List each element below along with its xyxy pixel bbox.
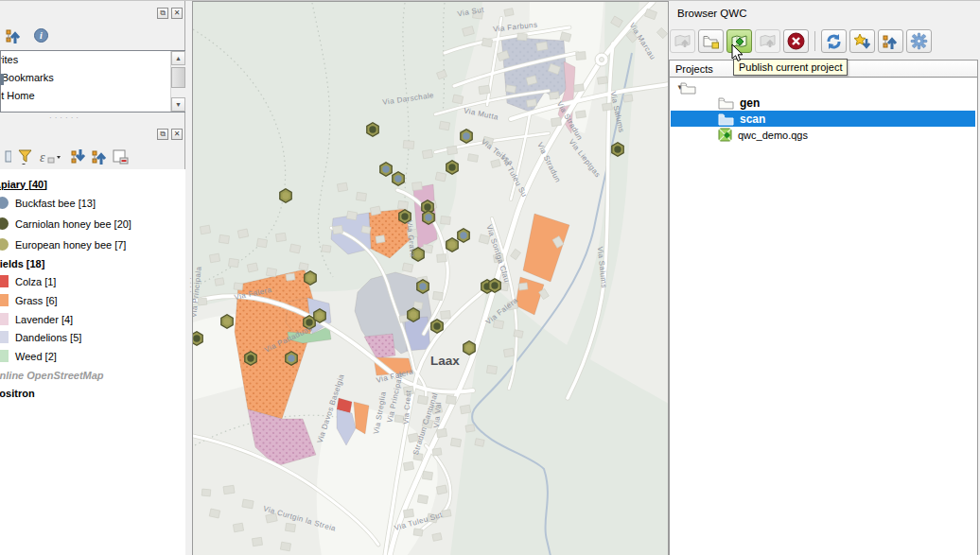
map-building (403, 509, 413, 517)
panel-splitter-handle[interactable]: ······ (49, 113, 81, 122)
map-canvas[interactable]: Via SutVia FarbunsVia DarschaleVia Marca… (192, 1, 669, 555)
removerule-button[interactable] (113, 149, 129, 168)
legend-item[interactable]: Apiary [40] (0, 175, 47, 193)
roundabout-island (600, 58, 604, 62)
map-building (209, 253, 219, 263)
legend-label: Apiary [40] (0, 179, 47, 190)
browser-item[interactable]: Spatial Bookmarks (0, 69, 184, 87)
legend-item[interactable]: Fields [18] (0, 254, 44, 272)
refresh-button[interactable] (821, 29, 847, 53)
tree-label: gen (740, 96, 760, 110)
projects-tree: Projects ▼genscanqwc_demo.qgs (669, 60, 978, 555)
bee-marker-european (314, 309, 325, 322)
legend-label: Colza [1] (15, 276, 56, 287)
map-building (598, 77, 608, 84)
map-building (417, 395, 428, 405)
tree-row-scan[interactable]: scan (671, 111, 975, 127)
map-building (436, 485, 446, 494)
filter-button[interactable] (17, 148, 33, 168)
legend-label: Lavender [4] (15, 314, 73, 325)
scroll-thumb[interactable] (171, 67, 185, 88)
map-building (432, 291, 443, 300)
map-building (479, 85, 490, 94)
legend-item[interactable]: Online OpenStreetMap (0, 366, 104, 384)
bee-marker-european (408, 308, 419, 321)
map-building (332, 225, 342, 234)
bee-marker-carniolan (245, 352, 256, 365)
tree-row-gen[interactable]: gen (671, 95, 975, 111)
legend-label: European honey bee [7] (15, 239, 126, 251)
map-building (441, 216, 451, 224)
scroll-down-button[interactable]: ▼ (171, 97, 185, 112)
browser-item[interactable]: Favorites (0, 51, 184, 69)
legend-item[interactable]: Lavender [4] (0, 310, 73, 328)
browser-panel-left: ⧉ ✕ i FavoritesSpatial BookmarksProject … (0, 1, 185, 124)
map-svg: Via SutVia FarbunsVia DarschaleVia Marca… (193, 2, 668, 555)
expression-button[interactable]: ε (39, 149, 61, 168)
layers-legend: Apiary [40]Buckfast bee [13]Carniolan ho… (0, 169, 186, 555)
collapse-all-button[interactable] (6, 28, 23, 47)
tree-row-root[interactable]: ▼ (671, 79, 975, 95)
mouse-cursor (731, 44, 744, 63)
legend-item[interactable]: Buckfast bee [13] (0, 194, 96, 212)
map-building (280, 542, 290, 551)
expand-button[interactable] (71, 149, 88, 168)
map-building (467, 154, 478, 163)
map-building (413, 529, 423, 536)
browser-qwc-panel: Browser QWC Projects ▼genscanqwc_demo.qg… (669, 1, 980, 555)
tree-row-qwc_demo-qgs[interactable]: qwc_demo.qgs (671, 127, 975, 143)
legend-item[interactable]: Weed [2] (0, 347, 57, 365)
map-building (228, 258, 238, 267)
settings-button[interactable] (906, 29, 932, 53)
map-building (475, 439, 484, 447)
new-folder-button[interactable] (698, 29, 724, 53)
map-panel-splitter[interactable]: ···· (185, 1, 192, 555)
float-panel-button[interactable]: ⧉ (157, 129, 168, 140)
map-building (439, 121, 449, 130)
legend-item[interactable]: European honey bee [7] (0, 235, 126, 253)
panel-title: Browser QWC (677, 8, 746, 19)
map-building (504, 9, 514, 17)
point-swatch (0, 197, 9, 209)
info-button[interactable]: i (34, 28, 48, 47)
float-panel-button[interactable]: ⧉ (157, 8, 168, 19)
legend-item[interactable]: Colza [1] (0, 272, 56, 290)
close-panel-button[interactable]: ✕ (171, 8, 183, 19)
legend-item[interactable]: Dandelions [5] (0, 328, 81, 346)
map-building (201, 489, 211, 496)
folder-icon (718, 113, 734, 126)
partial-button[interactable] (4, 149, 11, 167)
browser-list-scrollbar[interactable]: ▲ ▼ (170, 51, 185, 112)
item-label: Project Home (0, 87, 35, 105)
add-favorite-button[interactable] (849, 29, 875, 53)
legend-item[interactable]: Carniolan honey bee [20] (0, 215, 131, 233)
bee-marker-european (305, 271, 316, 285)
legend-item[interactable]: Positron (0, 384, 35, 402)
collapse-button[interactable] (92, 149, 109, 168)
browser-item[interactable]: Project Home (0, 87, 184, 105)
map-building (486, 365, 497, 373)
map-building (403, 141, 414, 149)
legend-label: Carniolan honey bee [20] (15, 218, 131, 230)
legend-label: Buckfast bee [13] (15, 198, 96, 209)
bee-marker-carniolan (367, 123, 378, 136)
map-building (603, 103, 613, 111)
delete-project-button[interactable] (783, 29, 809, 53)
collapse-all-button[interactable] (878, 29, 903, 53)
bee-marker-buckfast (286, 352, 297, 365)
map-building (505, 85, 516, 94)
fill-swatch (0, 331, 9, 343)
bee-marker-buckfast (393, 172, 404, 185)
map-building (285, 523, 295, 531)
scroll-up-button[interactable]: ▲ (171, 51, 185, 65)
layers-panel: ⧉ ✕ ε Apiary [40]Buckfast bee [13]Carnio… (0, 124, 185, 555)
point-swatch (0, 217, 9, 230)
map-building (361, 226, 371, 234)
bee-marker-european (280, 189, 291, 202)
legend-item[interactable]: Grass [6] (0, 291, 58, 309)
tooltip: Publish current project (733, 59, 848, 76)
map-building (422, 149, 432, 159)
map-building (322, 245, 331, 252)
close-panel-button[interactable]: ✕ (171, 129, 183, 140)
map-building (481, 38, 492, 47)
